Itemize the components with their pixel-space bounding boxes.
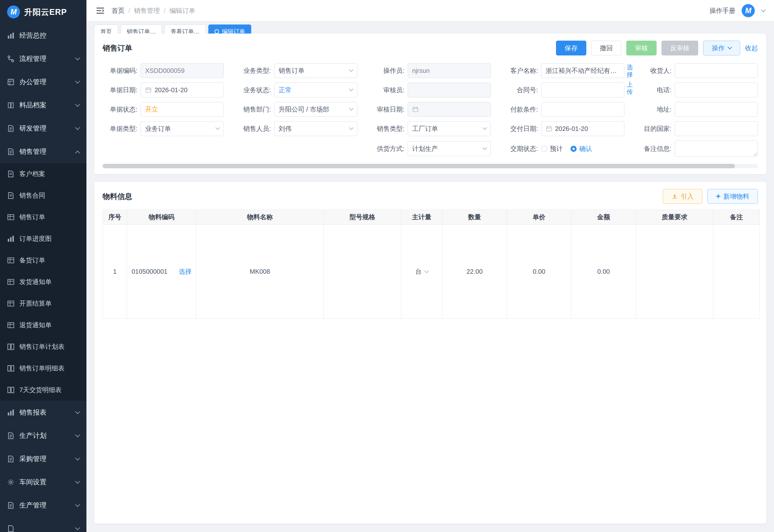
salesperson-select[interactable]: 刘伟 (274, 121, 357, 136)
breadcrumb-home[interactable]: 首页 (112, 6, 124, 15)
doc-code-input[interactable]: XSDD000059 (141, 63, 224, 78)
sidebar-item-production-mgmt[interactable]: 生产管理 (0, 494, 86, 517)
material-select-link[interactable]: 选择 (179, 267, 192, 276)
sales-order-panel: 销售订单 保存 撤回 审核 反审核 操作 收起 单据编码: XSDD000059 (94, 34, 766, 174)
sidebar-item-label: 发货通知单 (19, 278, 52, 286)
radio-estimated[interactable]: 预计 (541, 144, 563, 153)
biz-type-select[interactable]: 销售订单 (274, 63, 357, 78)
chevron-down-icon[interactable] (761, 8, 766, 12)
materials-table: 序号 物料编码 物料名称 型号规格 主计量 数量 单价 金额 质量要求 备注 (103, 210, 760, 319)
customer-upload-link[interactable]: 上传 (627, 81, 634, 96)
sidebar-item-production-plan[interactable]: 生产计划 (0, 424, 86, 447)
operator-input[interactable]: njrsun (408, 63, 491, 78)
actions-dropdown-button[interactable]: 操作 (703, 41, 740, 55)
sidebar-item-customer-archive[interactable]: 客户档案 (0, 163, 86, 185)
customer-name-input[interactable]: 浙江裕兴不动产经纪有限公司 (541, 63, 624, 78)
tab-view-order[interactable]: 查看订单… (164, 25, 206, 34)
breadcrumb-current: 编辑订单 (169, 6, 195, 15)
delivery-status-radios: 预计 确认 (541, 144, 600, 153)
sidebar-item-material-archive[interactable]: 料品档案 (0, 94, 86, 117)
sidebar-item-business-overview[interactable]: 经营总控 (0, 24, 86, 47)
sidebar-item-stock-order[interactable]: 备货订单 (0, 250, 86, 271)
scrollbar-thumb[interactable] (103, 164, 735, 168)
tab-home[interactable]: 首页 (94, 25, 118, 34)
download-icon (671, 193, 678, 200)
horizontal-scrollbar[interactable] (103, 164, 758, 168)
address-input[interactable] (675, 102, 758, 117)
customer-select-link[interactable]: 选择 (627, 64, 634, 79)
remark-textarea[interactable] (675, 141, 758, 157)
plus-icon: + (716, 192, 720, 200)
breadcrumb-sales-mgmt[interactable]: 销售管理 (134, 6, 160, 15)
cell-qty: 22.00 (442, 225, 507, 319)
audit-button[interactable]: 审核 (626, 41, 657, 55)
avatar[interactable]: M (741, 4, 755, 18)
manual-link[interactable]: 操作手册 (709, 6, 735, 15)
receiver-input[interactable] (675, 63, 758, 78)
tab-sales-order[interactable]: 销售订单… (121, 25, 162, 34)
sidebar-item-order-detail-table[interactable]: 销售订单明细表 (0, 358, 86, 379)
payment-terms-input[interactable] (541, 102, 624, 117)
radio-confirmed[interactable]: 确认 (571, 144, 592, 153)
document-icon (7, 125, 15, 132)
radio-checked-icon (571, 146, 577, 152)
save-button[interactable]: 保存 (556, 41, 586, 55)
sidebar-item-label: 订单进度图 (19, 234, 52, 243)
sidebar-item-workshop-settings[interactable]: 车间设置 (0, 470, 86, 494)
biz-status-select[interactable]: 正常 (274, 83, 357, 97)
sidebar-item-return-notice[interactable]: 退货通知单 (0, 314, 86, 336)
col-name: 物料名称 (196, 210, 324, 225)
sidebar-item-shipping-notice[interactable]: 发货通知单 (0, 271, 86, 293)
resize-handle-icon[interactable] (753, 152, 757, 156)
sidebar-item-purchase-mgmt[interactable]: 采购管理 (0, 447, 86, 470)
auditor-input[interactable] (408, 83, 491, 97)
calendar-icon (546, 125, 552, 132)
sidebar-item-rd-mgmt[interactable]: 研发管理 (0, 117, 86, 140)
sidebar-item-label: 销售合同 (19, 191, 45, 200)
unit-select[interactable]: 台 (415, 267, 428, 276)
panel-actions: 保存 撤回 审核 反审核 操作 收起 (556, 41, 758, 55)
cell-quality (636, 225, 713, 319)
sidebar-item-invoice-settlement[interactable]: 开票结算单 (0, 293, 86, 314)
sales-dept-select[interactable]: 升阳公司 / 市场部 (274, 102, 357, 117)
field-delivery-date: 交付日期: 2026-01-20 (503, 121, 624, 136)
sidebar-item-sales-order[interactable]: 销售订单 (0, 206, 86, 228)
sidebar-item-order-plan-table[interactable]: 销售订单计划表 (0, 336, 86, 358)
doc-status-input[interactable]: 开立 (141, 102, 224, 117)
import-button[interactable]: 引入 (663, 189, 702, 204)
sidebar-item-process-mgmt[interactable]: 流程管理 (0, 47, 86, 70)
field-doc-type: 单据类型: 业务订单 (103, 121, 224, 136)
dest-country-input[interactable] (675, 121, 758, 136)
chevron-down-icon (75, 432, 80, 437)
chevron-down-icon (75, 102, 80, 107)
add-material-button[interactable]: + 新增物料 (707, 189, 758, 204)
sidebar-item-order-progress-chart[interactable]: 订单进度图 (0, 228, 86, 250)
sidebar-item-sales-report[interactable]: 销售报表 (0, 401, 86, 424)
withdraw-button[interactable]: 撤回 (591, 41, 621, 55)
contract-no-input[interactable] (541, 83, 624, 97)
delivery-date-input[interactable]: 2026-01-20 (541, 121, 624, 136)
sidebar-item-sales-contract[interactable]: 销售合同 (0, 185, 86, 206)
field-label: 交期状态: (503, 144, 541, 153)
unaudit-button[interactable]: 反审核 (661, 41, 698, 55)
collapse-link[interactable]: 收起 (745, 44, 758, 53)
doc-date-input[interactable]: 2026-01-20 (141, 83, 224, 97)
col-price: 单价 (507, 210, 571, 225)
doc-type-select[interactable]: 业务订单 (141, 121, 224, 136)
phone-input[interactable] (675, 83, 758, 97)
col-amount: 金额 (571, 210, 636, 225)
sales-type-select[interactable]: 工厂订单 (408, 121, 491, 136)
menu-collapse-icon[interactable] (96, 7, 104, 15)
customer-links: 选择 上传 (627, 64, 634, 96)
sidebar-item-label: 生产管理 (19, 501, 46, 510)
audit-date-input[interactable] (408, 102, 491, 117)
sidebar-item-sales-mgmt[interactable]: 销售管理 (0, 140, 86, 163)
tab-edit-order[interactable]: 编辑订单 (208, 25, 251, 34)
supply-mode-select[interactable]: 计划生产 (408, 141, 491, 156)
sidebar-item-partial[interactable] (0, 517, 86, 532)
sidebar-item-7day-delivery-table[interactable]: 7天交货明细表 (0, 379, 86, 401)
sidebar-item-office-mgmt[interactable]: 办公管理 (0, 70, 86, 94)
chevron-down-icon (349, 106, 353, 111)
document-icon (7, 148, 15, 155)
order-form: 单据编码: XSDD000059 业务类型: 销售订单 操作员: njrsun … (103, 63, 758, 157)
